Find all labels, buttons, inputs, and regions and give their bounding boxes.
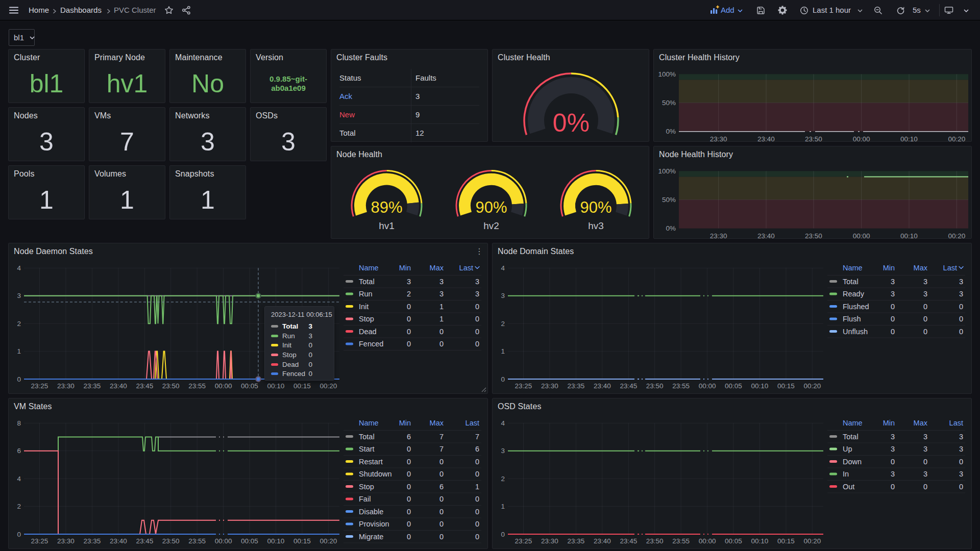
svg-text:0: 0	[891, 303, 895, 311]
svg-text:3: 3	[891, 433, 895, 441]
svg-text:23:35: 23:35	[568, 382, 585, 390]
svg-text:Last: Last	[949, 419, 963, 427]
svg-text:0: 0	[407, 533, 411, 541]
svg-text:hv1: hv1	[379, 220, 395, 231]
svg-text:23:25: 23:25	[515, 382, 532, 390]
svg-text:23:30: 23:30	[57, 537, 75, 545]
svg-text:23:40: 23:40	[757, 135, 775, 142]
svg-text:23:35: 23:35	[84, 382, 101, 390]
svg-text:2: 2	[17, 503, 21, 510]
svg-text:4: 4	[17, 475, 21, 483]
svg-text:00:00: 00:00	[215, 537, 232, 545]
svg-text:0: 0	[475, 520, 479, 528]
svg-text:3: 3	[959, 290, 963, 298]
svg-text:Max: Max	[430, 419, 444, 427]
svg-text:Min: Min	[883, 419, 895, 427]
svg-text:4: 4	[501, 264, 505, 272]
svg-text:3: 3	[923, 278, 927, 286]
svg-text:00:20: 00:20	[948, 135, 965, 142]
svg-text:00:00: 00:00	[699, 537, 716, 545]
svg-text:Unflush: Unflush	[843, 328, 868, 336]
svg-text:Max: Max	[914, 419, 928, 427]
svg-text:00:10: 00:10	[900, 232, 918, 239]
svg-text:4: 4	[17, 264, 21, 272]
svg-text:4: 4	[501, 419, 505, 427]
svg-text:2: 2	[501, 475, 505, 483]
svg-text:3: 3	[439, 290, 444, 298]
svg-text:3: 3	[891, 278, 895, 286]
svg-text:00:20: 00:20	[320, 382, 337, 390]
svg-text:1: 1	[501, 347, 505, 355]
svg-text:3: 3	[923, 445, 927, 453]
svg-text:00:15: 00:15	[293, 537, 311, 545]
svg-text:0%: 0%	[666, 224, 676, 232]
svg-text:0: 0	[439, 520, 444, 528]
svg-text:3: 3	[923, 433, 927, 441]
svg-text:23:25: 23:25	[515, 537, 532, 545]
svg-text:0: 0	[475, 340, 479, 348]
svg-text:1: 1	[439, 315, 444, 323]
svg-text:Total: Total	[843, 433, 859, 441]
svg-text:0: 0	[17, 375, 21, 383]
svg-text:Out: Out	[843, 483, 854, 491]
svg-text:00:15: 00:15	[777, 537, 795, 545]
svg-text:0: 0	[439, 340, 444, 348]
svg-text:0: 0	[501, 375, 505, 383]
svg-text:0: 0	[407, 328, 411, 336]
svg-text:23:45: 23:45	[136, 537, 153, 545]
svg-text:0: 0	[407, 445, 411, 453]
svg-text:23:30: 23:30	[710, 135, 727, 142]
svg-text:0: 0	[439, 328, 444, 336]
svg-text:Max: Max	[430, 264, 444, 272]
svg-text:Name: Name	[359, 419, 379, 427]
svg-text:23:40: 23:40	[757, 232, 775, 239]
svg-text:23:25: 23:25	[31, 382, 48, 390]
svg-text:Init: Init	[359, 303, 369, 311]
svg-text:00:20: 00:20	[803, 537, 821, 545]
svg-text:6: 6	[407, 433, 411, 441]
svg-text:6: 6	[17, 447, 21, 455]
svg-text:2: 2	[17, 320, 21, 328]
svg-text:3: 3	[959, 470, 963, 478]
svg-text:2: 2	[501, 320, 505, 328]
svg-text:00:00: 00:00	[853, 135, 870, 142]
svg-text:100%: 100%	[658, 167, 676, 175]
svg-text:3: 3	[17, 292, 21, 299]
svg-text:3: 3	[959, 445, 963, 453]
svg-text:3: 3	[475, 278, 479, 286]
svg-text:23:25: 23:25	[31, 537, 48, 545]
svg-text:Fail: Fail	[359, 495, 371, 503]
svg-text:6: 6	[475, 445, 479, 453]
svg-text:0: 0	[439, 508, 444, 516]
svg-text:Flush: Flush	[843, 315, 861, 323]
svg-text:90%: 90%	[580, 198, 611, 216]
svg-text:0: 0	[923, 303, 927, 311]
svg-text:0: 0	[959, 303, 963, 311]
svg-text:Last: Last	[943, 264, 957, 272]
svg-text:3: 3	[891, 290, 895, 298]
svg-text:Flushed: Flushed	[843, 303, 869, 311]
svg-text:100%: 100%	[658, 70, 676, 78]
svg-text:Min: Min	[399, 419, 411, 427]
svg-text:00:20: 00:20	[320, 537, 337, 545]
svg-text:3: 3	[501, 292, 505, 299]
svg-text:23:30: 23:30	[541, 537, 558, 545]
svg-text:23:50: 23:50	[646, 382, 664, 390]
svg-text:Total: Total	[843, 278, 859, 286]
svg-text:Restart: Restart	[359, 458, 383, 466]
svg-text:In: In	[843, 470, 849, 478]
svg-text:00:05: 00:05	[241, 537, 258, 545]
svg-text:23:45: 23:45	[136, 382, 153, 390]
svg-text:00:05: 00:05	[725, 382, 742, 390]
svg-text:23:30: 23:30	[541, 382, 558, 390]
svg-text:0: 0	[407, 458, 411, 466]
svg-text:Ready: Ready	[843, 290, 865, 298]
svg-text:0: 0	[891, 483, 895, 491]
svg-text:3: 3	[891, 445, 895, 453]
svg-text:Stop: Stop	[359, 483, 374, 491]
svg-text:2: 2	[407, 290, 411, 298]
svg-text:00:00: 00:00	[699, 382, 716, 390]
svg-text:0: 0	[407, 483, 411, 491]
svg-text:7: 7	[439, 445, 444, 453]
svg-text:0: 0	[475, 495, 479, 503]
